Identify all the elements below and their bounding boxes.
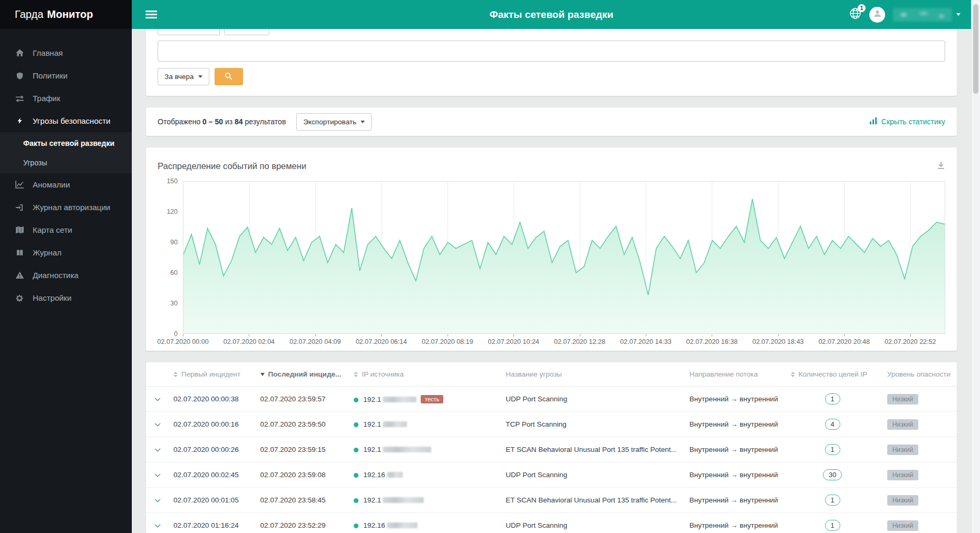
x-axis-label: 02.07.2020 10:24: [488, 338, 539, 346]
y-axis-label: 90: [170, 239, 178, 246]
targets-count-cell: 1: [784, 513, 881, 533]
sort-icon: [791, 372, 795, 377]
expand-row-chevron-icon[interactable]: [154, 395, 161, 403]
results-left: Отображено 0 – 50 из 84 результатов Эксп…: [158, 113, 372, 131]
first-incident-cell: 02.07.2020 00:00:38: [167, 387, 254, 412]
sidebar-item-diagnostics[interactable]: Диагностика: [0, 264, 132, 287]
first-incident-cell: 02.07.2020 00:00:26: [167, 437, 254, 462]
redacted-ip: [383, 397, 416, 402]
ip-tag-badge: тесть: [421, 395, 443, 403]
expand-row-chevron-icon[interactable]: [154, 521, 161, 529]
level-cell: Низкий: [881, 412, 957, 437]
sidebar-subitem-threats-list[interactable]: Угрозы: [0, 153, 132, 172]
expand-row-chevron-icon[interactable]: [154, 471, 161, 479]
last-incident-cell: 02.07.2020 23:58:45: [254, 488, 348, 513]
source-ip-cell: 192.1: [347, 437, 499, 462]
ip-status-dot: [354, 473, 358, 478]
sidebar-item-anomalies[interactable]: Аномалии: [0, 173, 132, 196]
first-incident-cell: 02.07.2020 00:01:05: [167, 488, 254, 513]
table-row[interactable]: 02.07.2020 00:02:4502.07.2020 23:59:0819…: [146, 462, 957, 488]
ip-status-dot: [354, 498, 358, 503]
chart-body: 0306090120150: [158, 181, 945, 334]
period-dropdown[interactable]: За вчера: [158, 68, 209, 85]
user-menu[interactable]: [893, 8, 960, 22]
column-header-targets[interactable]: Количество целей IP: [784, 362, 881, 387]
map-icon: [15, 225, 24, 234]
x-axis-tick: [381, 334, 382, 337]
direction-cell: Внутренний → внутренний: [683, 412, 784, 437]
targets-count-pill: 4: [825, 419, 840, 430]
sidebar-item-home[interactable]: Главная: [0, 42, 132, 64]
sidebar-item-auth-log[interactable]: Журнал авторизации: [0, 196, 132, 219]
sidebar-item-journal[interactable]: Журнал: [0, 241, 132, 264]
download-icon[interactable]: [937, 161, 945, 172]
bar-chart-icon: [869, 117, 877, 126]
results-of: из: [225, 117, 232, 126]
redacted-ip: [383, 447, 431, 452]
user-avatar[interactable]: [869, 7, 885, 23]
table-row[interactable]: 02.07.2020 00:00:2602.07.2020 23:59:1519…: [146, 437, 957, 462]
column-header-level: Уровень опасности: [881, 362, 957, 387]
threat-name-cell: ET SCAN Behavioral Unusual Port 135 traf…: [499, 488, 683, 513]
sidebar-item-label: Угрозы безопасности: [33, 116, 111, 125]
table-row[interactable]: 02.07.2020 00:00:3802.07.2020 23:59:5719…: [146, 387, 957, 412]
home-icon: [15, 48, 24, 57]
menu-toggle-button[interactable]: [145, 9, 157, 20]
table-row[interactable]: 02.07.2020 00:00:1602.07.2020 23:59:5019…: [146, 412, 957, 437]
redacted-ip: [383, 421, 407, 427]
header-actions: 1: [849, 7, 971, 23]
search-button[interactable]: [215, 68, 243, 85]
search-query-input[interactable]: [158, 41, 945, 62]
y-axis-label: 150: [167, 177, 178, 185]
scrollbar-thumb[interactable]: [973, 4, 978, 94]
direction-cell: Внутренний → внутренний: [683, 437, 784, 462]
sidebar-item-settings[interactable]: Настройки: [0, 287, 132, 309]
export-dropdown[interactable]: Экспортировать: [296, 113, 372, 131]
ip-status-dot: [354, 448, 358, 452]
filter-select-secondary[interactable]: [224, 29, 269, 35]
chevron-down-icon: [198, 75, 202, 78]
column-header-last[interactable]: Последний инциде...: [254, 362, 348, 387]
x-axis-tick: [910, 334, 911, 337]
x-axis-label: 02.07.2020 08:19: [422, 338, 473, 346]
warning-icon: [15, 271, 24, 280]
level-badge: Низкий: [887, 445, 919, 455]
redacted-ip: [387, 472, 403, 478]
level-cell: Низкий: [881, 462, 957, 488]
expand-row-chevron-icon[interactable]: [154, 496, 161, 504]
targets-count-cell: 1: [784, 387, 881, 412]
targets-count-cell: 4: [784, 412, 881, 437]
y-axis-label: 120: [167, 208, 178, 215]
sidebar-item-threats[interactable]: Угрозы безопасности: [0, 110, 132, 132]
sidebar-menu: ГлавнаяПолитикиТрафикУгрозы безопасности…: [0, 29, 132, 309]
sort-desc-icon: [260, 373, 265, 376]
column-header-first[interactable]: Первый инцидент: [167, 362, 254, 387]
filter-select[interactable]: [158, 29, 220, 35]
results-prefix: Отображено: [158, 117, 200, 126]
hide-stats-link[interactable]: Скрыть статистику: [869, 117, 945, 126]
table-row[interactable]: 02.07.2020 01:16:2402.07.2020 23:52:2919…: [146, 513, 957, 533]
expand-row-chevron-icon[interactable]: [154, 446, 161, 453]
last-incident-cell: 02.07.2020 23:59:57: [254, 387, 348, 412]
sidebar-subitem-recon-facts[interactable]: Факты сетевой разведки: [0, 133, 132, 153]
content-area: За вчера Отображено 0 – 50 из 84 резу: [132, 29, 971, 533]
targets-count-pill: 30: [823, 469, 842, 480]
sidebar-submenu: Факты сетевой разведкиУгрозы: [0, 132, 132, 173]
x-axis-label: 02.07.2020 00:00: [157, 338, 208, 346]
redacted-username: [893, 8, 952, 22]
expand-row-chevron-icon[interactable]: [154, 420, 161, 428]
targets-count-pill: 1: [825, 520, 840, 531]
app-logo[interactable]: Гарда Монитор: [0, 0, 132, 29]
sidebar-item-traffic[interactable]: Трафик: [0, 87, 132, 110]
last-incident-cell: 02.07.2020 23:59:50: [254, 412, 348, 437]
sidebar-item-policies[interactable]: Политики: [0, 64, 132, 87]
table-row[interactable]: 02.07.2020 00:01:0502.07.2020 23:58:4519…: [146, 488, 957, 513]
sidebar-item-network-map[interactable]: Карта сети: [0, 219, 132, 241]
column-label: Название угрозы: [506, 370, 562, 378]
x-axis-label: 02.07.2020 22:52: [885, 338, 936, 346]
x-axis-tick: [513, 334, 514, 337]
column-header-ip[interactable]: IP источника: [347, 362, 499, 387]
notifications-button[interactable]: 1: [849, 7, 861, 22]
x-axis-label: 02.07.2020 04:09: [289, 338, 341, 346]
vertical-scrollbar[interactable]: [971, 0, 980, 533]
